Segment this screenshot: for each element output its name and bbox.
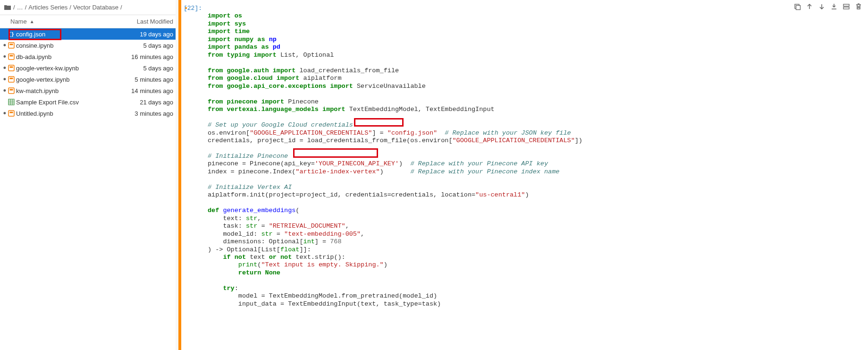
breadcrumb-part[interactable]: Vector Database [73,4,118,11]
svg-rect-7 [8,77,14,82]
insert-above-icon[interactable] [843,3,850,10]
dirty-indicator-icon: • [3,66,7,70]
file-name: google-vertex.ipynb [16,76,121,83]
dirty-indicator-icon: • [3,55,7,59]
file-modified: 5 days ago [121,65,173,72]
file-type-icon [7,42,16,49]
cell-prompt: [22]: [181,0,205,350]
folder-icon [4,4,11,11]
breadcrumb-ellipsis[interactable]: … [17,4,23,11]
move-up-icon[interactable] [806,3,813,10]
file-name: consine.ipynb [16,42,121,49]
file-modified: 19 days ago [121,31,173,38]
svg-rect-11 [8,99,14,105]
code-editor[interactable]: import os import sys import time import … [205,0,868,350]
annotation-highlight [354,118,404,127]
file-row[interactable]: •kw-match.ipynb14 minutes ago [0,85,178,96]
file-row[interactable]: {}config.json19 days ago [0,28,178,40]
file-type-icon [7,98,16,106]
file-modified: 5 minutes ago [121,76,173,83]
breadcrumb-part[interactable]: Articles Series [28,4,67,11]
file-type-icon [7,87,16,94]
svg-rect-2 [10,44,13,45]
column-name[interactable]: Name▲ [10,18,121,25]
file-row[interactable]: •google-vertex.ipynb5 minutes ago [0,74,178,85]
file-row[interactable]: •google-vertex-kw.ipynb5 days ago [0,62,178,74]
file-name: config.json [16,31,121,38]
svg-rect-16 [843,4,849,6]
file-name: Sample Export File.csv [16,99,121,106]
svg-rect-5 [8,65,14,71]
move-down-icon[interactable] [818,3,826,10]
file-type-icon [7,64,16,72]
cell-toolbar [793,3,862,10]
file-type-icon: {} [7,30,16,38]
file-row[interactable]: •consine.ipynb5 days ago [0,40,178,51]
dirty-indicator-icon: • [3,77,7,81]
notebook-main: [22]: import os import sys import time i… [178,0,868,350]
svg-rect-1 [8,43,14,48]
file-modified: 14 minutes ago [121,87,173,94]
file-list-header: Name▲ Last Modified [0,15,178,28]
file-type-icon [7,53,16,60]
svg-rect-3 [8,54,14,60]
file-modified: 21 days ago [121,99,173,106]
svg-rect-10 [10,89,13,91]
insert-below-icon[interactable] [830,3,838,10]
file-name: kw-match.ipynb [16,87,121,94]
file-row[interactable]: •db-ada.ipynb16 minutes ago [0,51,178,62]
file-type-icon [7,76,16,83]
file-name: Untitled.ipynb [16,110,121,117]
file-row[interactable]: •Untitled.ipynb3 minutes ago [0,108,178,119]
svg-rect-4 [10,55,13,57]
file-name: google-vertex-kw.ipynb [16,65,121,72]
svg-rect-13 [10,112,13,113]
dirty-indicator-icon: • [3,89,7,93]
svg-rect-9 [8,88,14,94]
svg-rect-12 [8,111,14,116]
file-modified: 16 minutes ago [121,53,173,60]
svg-rect-6 [10,67,13,68]
dirty-indicator-icon: • [3,111,7,115]
svg-text:{}: {} [8,31,14,37]
file-row[interactable]: Sample Export File.csv21 days ago [0,96,178,108]
sort-asc-icon: ▲ [30,19,34,24]
delete-icon[interactable] [855,3,862,10]
svg-rect-15 [796,6,801,10]
file-modified: 5 days ago [121,42,173,49]
annotation-highlight [293,148,378,158]
file-browser-sidebar: / … / Articles Series / Vector Database … [0,0,178,350]
breadcrumb[interactable]: / … / Articles Series / Vector Database … [0,0,178,15]
file-modified: 3 minutes ago [121,110,173,117]
column-modified[interactable]: Last Modified [121,18,173,25]
duplicate-icon[interactable] [793,3,801,10]
dirty-indicator-icon: • [3,43,7,47]
svg-rect-17 [843,7,849,9]
file-name: db-ada.ipynb [16,53,121,60]
file-type-icon [7,110,16,117]
svg-rect-8 [10,78,13,79]
file-list: {}config.json19 days ago•consine.ipynb5 … [0,28,178,350]
